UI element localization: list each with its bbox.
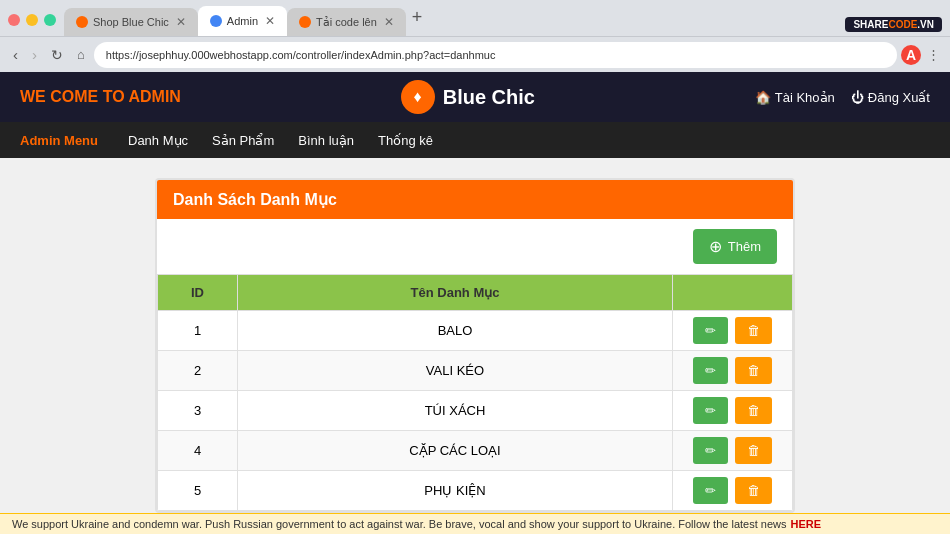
cell-id: 4 xyxy=(158,431,238,471)
col-actions xyxy=(673,275,793,311)
win-max[interactable] xyxy=(44,14,56,26)
logo-text: Blue Chic xyxy=(443,86,535,109)
cell-id: 5 xyxy=(158,471,238,511)
notice-link[interactable]: HERE xyxy=(790,518,821,530)
cell-name: TÚI XÁCH xyxy=(238,391,673,431)
data-table: ID Tên Danh Mục 1 BALO ✏ 🗑 2 VALI KÉO ✏ … xyxy=(157,274,793,511)
add-button-label: Thêm xyxy=(728,239,761,254)
tab-favicon-download xyxy=(299,16,311,28)
add-button[interactable]: ⊕ Thêm xyxy=(693,229,777,264)
cell-actions: ✏ 🗑 xyxy=(673,351,793,391)
nav-item-sanpham[interactable]: Sản Phẩm xyxy=(202,133,284,148)
cell-actions: ✏ 🗑 xyxy=(673,471,793,511)
edit-button[interactable]: ✏ xyxy=(693,357,728,384)
table-title-bar: Danh Sách Danh Mục xyxy=(157,180,793,219)
col-name: Tên Danh Mục xyxy=(238,275,673,311)
forward-button[interactable]: › xyxy=(27,44,42,65)
table-row: 5 PHỤ KIỆN ✏ 🗑 xyxy=(158,471,793,511)
tab-label-shop: Shop Blue Chic xyxy=(93,16,169,28)
delete-button[interactable]: 🗑 xyxy=(735,357,772,384)
logout-button[interactable]: ⏻ Đăng Xuất xyxy=(851,90,930,105)
tab-close-admin[interactable]: ✕ xyxy=(265,14,275,28)
cell-id: 2 xyxy=(158,351,238,391)
cell-actions: ✏ 🗑 xyxy=(673,391,793,431)
tab-label-admin: Admin xyxy=(227,15,258,27)
notice-bar: We support Ukraine and condemn war. Push… xyxy=(0,513,950,534)
delete-button[interactable]: 🗑 xyxy=(735,437,772,464)
cell-name: BALO xyxy=(238,311,673,351)
cell-actions: ✏ 🗑 xyxy=(673,431,793,471)
cell-id: 1 xyxy=(158,311,238,351)
new-tab-button[interactable]: + xyxy=(406,7,429,28)
cell-name: VALI KÉO xyxy=(238,351,673,391)
edit-button[interactable]: ✏ xyxy=(693,317,728,344)
site-logo: ♦ Blue Chic xyxy=(401,80,535,114)
sharecode-logo: SHARECODE.VN xyxy=(853,19,934,30)
notice-text: We support Ukraine and condemn war. Push… xyxy=(12,518,786,530)
col-id: ID xyxy=(158,275,238,311)
nav-menu-label: Admin Menu xyxy=(20,133,98,148)
address-bar[interactable] xyxy=(94,42,897,68)
profile-icon: A xyxy=(901,45,921,65)
account-label: Tài Khoản xyxy=(775,90,835,105)
delete-button[interactable]: 🗑 xyxy=(735,397,772,424)
account-button[interactable]: 🏠 Tài Khoản xyxy=(755,90,835,105)
cell-name: CẶP CÁC LOẠI xyxy=(238,431,673,471)
logo-icon: ♦ xyxy=(401,80,435,114)
win-close[interactable] xyxy=(8,14,20,26)
tab-close-download[interactable]: ✕ xyxy=(384,15,394,29)
tab-admin[interactable]: Admin ✕ xyxy=(198,6,287,36)
edit-button[interactable]: ✏ xyxy=(693,437,728,464)
edit-button[interactable]: ✏ xyxy=(693,477,728,504)
nav-item-thongke[interactable]: Thống kê xyxy=(368,133,443,148)
back-button[interactable]: ‹ xyxy=(8,44,23,65)
tab-shop[interactable]: Shop Blue Chic ✕ xyxy=(64,8,198,36)
cell-id: 3 xyxy=(158,391,238,431)
delete-button[interactable]: 🗑 xyxy=(735,317,772,344)
extensions-icon[interactable]: ⋮ xyxy=(925,45,942,64)
tab-label-download: Tải code lên xyxy=(316,16,377,29)
reload-button[interactable]: ↻ xyxy=(46,45,68,65)
home-button[interactable]: ⌂ xyxy=(72,45,90,64)
site-title: WE COME TO ADMIN xyxy=(20,88,181,106)
nav-item-danhmuc[interactable]: Danh Mục xyxy=(118,133,198,148)
nav-item-binhluan[interactable]: Bình luận xyxy=(288,133,364,148)
tab-download[interactable]: Tải code lên ✕ xyxy=(287,8,406,36)
logout-icon: ⏻ xyxy=(851,90,864,105)
table-title: Danh Sách Danh Mục xyxy=(173,191,337,208)
table-row: 2 VALI KÉO ✏ 🗑 xyxy=(158,351,793,391)
tab-favicon-shop xyxy=(76,16,88,28)
tab-close-shop[interactable]: ✕ xyxy=(176,15,186,29)
delete-button[interactable]: 🗑 xyxy=(735,477,772,504)
site-header: WE COME TO ADMIN ♦ Blue Chic 🏠 Tài Khoản… xyxy=(0,72,950,122)
nav-menu: Admin Menu Danh Mục Sản Phẩm Bình luận T… xyxy=(0,122,950,158)
table-row: 1 BALO ✏ 🗑 xyxy=(158,311,793,351)
page-body: Danh Sách Danh Mục ⊕ Thêm ID Tên Danh Mụ… xyxy=(0,158,950,513)
table-toolbar: ⊕ Thêm xyxy=(157,219,793,274)
table-container: Danh Sách Danh Mục ⊕ Thêm ID Tên Danh Mụ… xyxy=(155,178,795,513)
cell-name: PHỤ KIỆN xyxy=(238,471,673,511)
logout-label: Đăng Xuất xyxy=(868,90,930,105)
table-row: 3 TÚI XÁCH ✏ 🗑 xyxy=(158,391,793,431)
table-row: 4 CẶP CÁC LOẠI ✏ 🗑 xyxy=(158,431,793,471)
edit-button[interactable]: ✏ xyxy=(693,397,728,424)
tab-favicon-admin xyxy=(210,15,222,27)
cell-actions: ✏ 🗑 xyxy=(673,311,793,351)
account-icon: 🏠 xyxy=(755,90,771,105)
add-icon: ⊕ xyxy=(709,237,722,256)
win-min[interactable] xyxy=(26,14,38,26)
